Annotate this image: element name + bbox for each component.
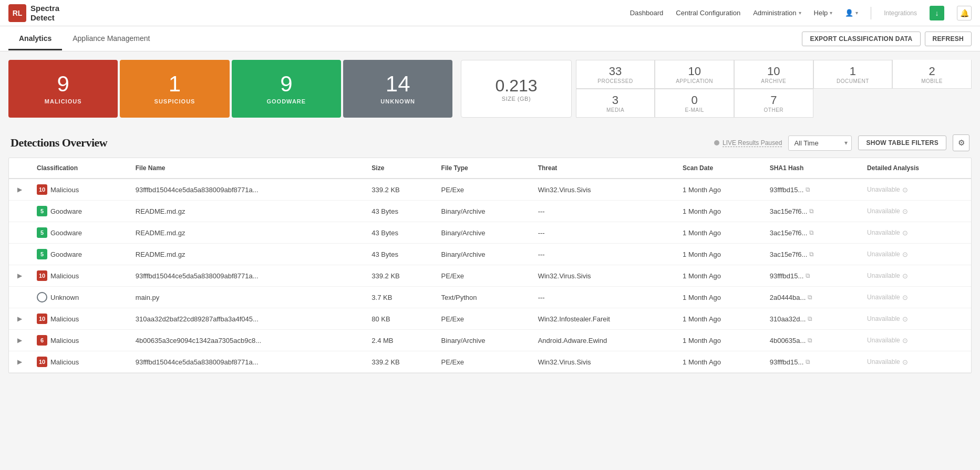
filetype-cell: PE/Exe xyxy=(435,265,532,287)
analysis-help-icon[interactable]: ⊙ xyxy=(902,250,908,258)
copy-sha1-button[interactable]: ⧉ xyxy=(809,207,814,215)
filetype-cell: Binary/Archive xyxy=(435,244,532,265)
file-name-cell: README.md.gz xyxy=(129,201,366,222)
sha1-text: 93fffbd15... xyxy=(770,186,804,194)
tab-analytics[interactable]: Analytics xyxy=(8,28,62,50)
copy-sha1-button[interactable]: ⧉ xyxy=(806,186,810,193)
other-label: OTHER xyxy=(764,107,784,113)
unknown-count: 14 xyxy=(386,73,410,95)
suspicious-count: 1 xyxy=(169,73,181,95)
download-button[interactable]: ↓ xyxy=(930,6,944,20)
threat-cell: Win32.Virus.Sivis xyxy=(532,265,676,287)
analysis-text: Unavailable xyxy=(867,250,900,258)
scan-date-cell: 1 Month Ago xyxy=(676,330,764,351)
detections-header: Detections Overview LIVE Results Paused … xyxy=(0,126,980,158)
analysis-help-icon[interactable]: ⊙ xyxy=(902,315,908,323)
analysis-help-icon[interactable]: ⊙ xyxy=(902,229,908,237)
analysis-help-icon[interactable]: ⊙ xyxy=(902,337,908,344)
expand-button[interactable]: ▶ xyxy=(15,185,24,194)
settings-button[interactable]: ⚙ xyxy=(953,134,969,151)
sha1-cell: 93fffbd15...⧉ xyxy=(770,272,854,280)
file-name-cell: 4b00635a3ce9094c1342aa7305acb9c8... xyxy=(129,330,366,351)
table-row: ▶10Malicious93fffbd15044ce5da5a838009abf… xyxy=(9,179,971,201)
sha1-cell: 3ac15e7f6...⧉ xyxy=(770,229,854,237)
copy-sha1-button[interactable]: ⧉ xyxy=(806,272,810,279)
classification-text: Malicious xyxy=(50,358,79,366)
time-filter-wrap[interactable]: All Time Last 24 Hours Last 7 Days Last … xyxy=(788,135,852,151)
nav-central-config[interactable]: Central Configuration xyxy=(676,9,740,17)
suspicious-label: SUSPICIOUS xyxy=(154,98,195,105)
scan-date-cell: 1 Month Ago xyxy=(676,287,764,308)
classification-text: Malicious xyxy=(50,186,79,194)
notifications-button[interactable]: 🔔 xyxy=(957,6,972,20)
table-row: 5GoodwareREADME.md.gz43 BytesBinary/Arch… xyxy=(9,222,971,244)
copy-sha1-button[interactable]: ⧉ xyxy=(808,294,812,301)
classification-text: Goodware xyxy=(50,250,82,258)
analysis-text: Unavailable xyxy=(867,186,900,193)
copy-sha1-button[interactable]: ⧉ xyxy=(806,358,810,365)
table-body: ▶10Malicious93fffbd15044ce5da5a838009abf… xyxy=(9,179,971,373)
media-label: MEDIA xyxy=(606,107,624,113)
col-filename: File Name xyxy=(129,158,366,179)
expand-button[interactable]: ▶ xyxy=(15,271,24,280)
scan-date-cell: 1 Month Ago xyxy=(676,222,764,244)
classification-badge: 5 xyxy=(37,249,47,259)
analysis-help-icon[interactable]: ⊙ xyxy=(902,294,908,301)
copy-sha1-button[interactable]: ⧉ xyxy=(808,315,812,322)
analysis-help-icon[interactable]: ⊙ xyxy=(902,272,908,280)
scan-date-cell: 1 Month Ago xyxy=(676,265,764,287)
logo[interactable]: RL SpectraDetect xyxy=(8,4,59,23)
size-cell: 43 Bytes xyxy=(365,201,435,222)
copy-sha1-button[interactable]: ⧉ xyxy=(809,229,814,236)
analysis-cell: Unavailable⊙ xyxy=(867,229,965,237)
header: RL SpectraDetect Dashboard Central Confi… xyxy=(0,0,980,26)
copy-sha1-button[interactable]: ⧉ xyxy=(808,337,812,344)
analysis-help-icon[interactable]: ⊙ xyxy=(902,207,908,215)
analysis-help-icon[interactable]: ⊙ xyxy=(902,358,908,366)
expand-button[interactable]: ▶ xyxy=(15,357,24,367)
time-filter-select[interactable]: All Time Last 24 Hours Last 7 Days Last … xyxy=(788,135,852,151)
size-cell: 80 KB xyxy=(365,308,435,330)
scan-date-cell: 1 Month Ago xyxy=(676,308,764,330)
other-count: 7 xyxy=(770,93,777,107)
sha1-text: 93fffbd15... xyxy=(770,272,804,280)
stat-other: 7 OTHER xyxy=(734,89,813,118)
analysis-cell: Unavailable⊙ xyxy=(867,207,965,215)
filetype-cell: PE/Exe xyxy=(435,308,532,330)
nav-administration-dropdown[interactable]: Administration ▾ xyxy=(753,9,801,17)
analysis-cell: Unavailable⊙ xyxy=(867,294,965,301)
nav-administration[interactable]: Administration xyxy=(753,9,796,17)
expand-button[interactable]: ▶ xyxy=(15,336,24,345)
stat-grid: 33 PROCESSED 10 APPLICATION 10 ARCHIVE 1… xyxy=(576,60,972,118)
table-header-row: Classification File Name Size File Type … xyxy=(9,158,971,179)
detections-table-wrap: Classification File Name Size File Type … xyxy=(8,158,972,373)
sha1-cell: 4b00635a...⧉ xyxy=(770,337,854,344)
col-filetype: File Type xyxy=(435,158,532,179)
administration-caret: ▾ xyxy=(799,10,801,16)
show-filters-button[interactable]: SHOW TABLE FILTERS xyxy=(858,135,946,150)
sha1-text: 2a0444ba... xyxy=(770,294,806,301)
tab-appliance-management[interactable]: Appliance Management xyxy=(62,28,160,50)
nav-help-dropdown[interactable]: Help ▾ xyxy=(814,9,833,17)
classification-badge: 6 xyxy=(37,335,47,346)
export-classification-button[interactable]: EXPORT CLASSIFICATION DATA xyxy=(802,32,920,46)
analysis-help-icon[interactable]: ⊙ xyxy=(902,186,908,194)
col-sha1: SHA1 Hash xyxy=(764,158,861,179)
gear-icon: ⚙ xyxy=(958,138,965,148)
file-name-cell: main.py xyxy=(129,287,366,308)
classification-text: Goodware xyxy=(50,207,82,215)
analysis-cell: Unavailable⊙ xyxy=(867,315,965,323)
table-row: Unknownmain.py3.7 KBText/Python---1 Mont… xyxy=(9,287,971,308)
copy-sha1-button[interactable]: ⧉ xyxy=(809,250,814,258)
size-cell: 339.2 KB xyxy=(365,179,435,201)
size-cell: 43 Bytes xyxy=(365,222,435,244)
nav-dashboard[interactable]: Dashboard xyxy=(630,9,664,17)
nav-help[interactable]: Help xyxy=(814,9,828,17)
refresh-button[interactable]: REFRESH xyxy=(925,32,972,46)
sha1-text: 3ac15e7f6... xyxy=(770,207,808,215)
expand-button[interactable]: ▶ xyxy=(15,314,24,323)
sha1-text: 3ac15e7f6... xyxy=(770,229,808,237)
nav-user-dropdown[interactable]: 👤 ▾ xyxy=(845,9,858,17)
tabs-bar: Analytics Appliance Management EXPORT CL… xyxy=(0,26,980,51)
table-row: ▶10Malicious310aa32d2baf22cd89287affba3a… xyxy=(9,308,971,330)
